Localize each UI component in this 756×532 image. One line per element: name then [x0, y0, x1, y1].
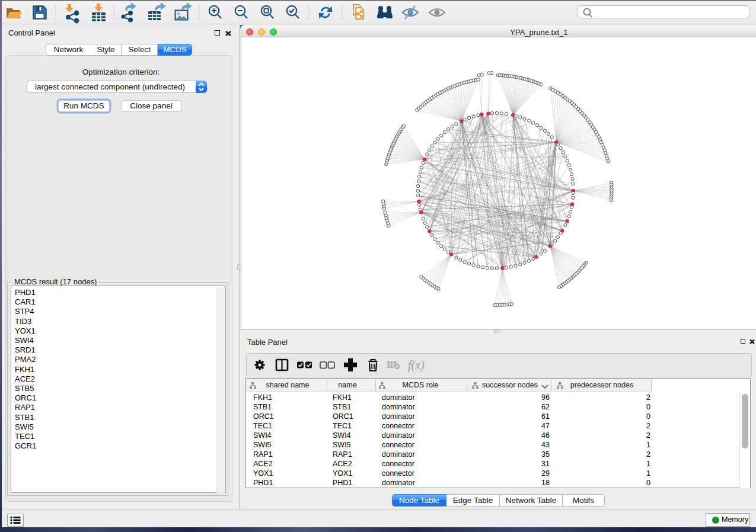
- svg-text:f(x): f(x): [408, 358, 425, 372]
